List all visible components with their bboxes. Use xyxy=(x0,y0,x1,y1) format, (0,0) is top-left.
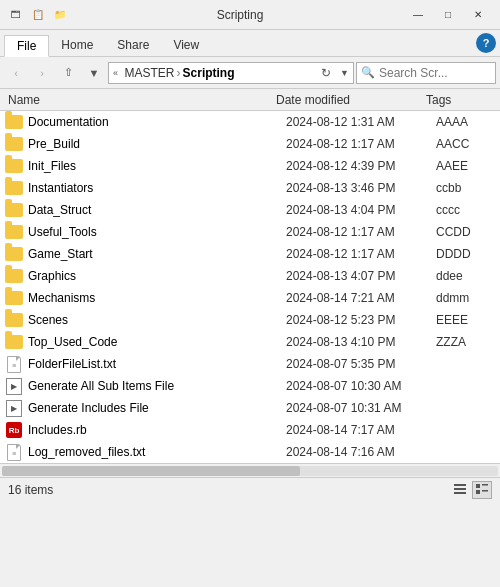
table-row[interactable]: ▶ Generate Includes File 2024-08-07 10:3… xyxy=(0,397,500,419)
details-view-button[interactable] xyxy=(472,481,492,499)
horizontal-scrollbar[interactable] xyxy=(0,463,500,477)
folder-icon-title: 📁 xyxy=(52,7,68,23)
file-name: Log_removed_files.txt xyxy=(24,445,286,459)
svg-rect-1 xyxy=(454,488,466,490)
table-row[interactable]: Useful_Tools 2024-08-12 1:17 AM CCDD xyxy=(0,221,500,243)
table-row[interactable]: Init_Files 2024-08-12 4:39 PM AAEE xyxy=(0,155,500,177)
file-date: 2024-08-13 4:10 PM xyxy=(286,335,436,349)
close-button[interactable]: ✕ xyxy=(464,5,492,25)
col-header-tags[interactable]: Tags xyxy=(422,93,482,107)
file-date: 2024-08-12 1:17 AM xyxy=(286,247,436,261)
file-name: Documentation xyxy=(24,115,286,129)
file-name: Generate All Sub Items File xyxy=(24,379,286,393)
svg-rect-4 xyxy=(482,484,488,486)
minimize-button[interactable]: — xyxy=(404,5,432,25)
file-name: Pre_Build xyxy=(24,137,286,151)
file-name: Top_Used_Code xyxy=(24,335,286,349)
file-tags: AAAA xyxy=(436,115,496,129)
file-name: Mechanisms xyxy=(24,291,286,305)
help-button[interactable]: ? xyxy=(476,33,496,53)
folder-icon xyxy=(4,134,24,154)
table-row[interactable]: Top_Used_Code 2024-08-13 4:10 PM ZZZA xyxy=(0,331,500,353)
folder-icon xyxy=(4,332,24,352)
maximize-button[interactable]: □ xyxy=(434,5,462,25)
table-row[interactable]: Mechanisms 2024-08-14 7:21 AM ddmm xyxy=(0,287,500,309)
file-date: 2024-08-12 1:17 AM xyxy=(286,137,436,151)
h-scroll-track xyxy=(2,466,498,476)
file-date: 2024-08-12 5:23 PM xyxy=(286,313,436,327)
folder-icon xyxy=(4,156,24,176)
file-date: 2024-08-13 4:04 PM xyxy=(286,203,436,217)
script-file-icon: ▶ xyxy=(4,376,24,396)
status-item-count: 16 items xyxy=(8,483,450,497)
file-tags: DDDD xyxy=(436,247,496,261)
col-header-name[interactable]: Name xyxy=(4,93,272,107)
file-date: 2024-08-14 7:17 AM xyxy=(286,423,436,437)
table-row[interactable]: ▶ Generate All Sub Items File 2024-08-07… xyxy=(0,375,500,397)
file-tags: ccbb xyxy=(436,181,496,195)
table-row[interactable]: Scenes 2024-08-12 5:23 PM EEEE xyxy=(0,309,500,331)
file-name: Data_Struct xyxy=(24,203,286,217)
minimize-icon: 🗔 xyxy=(8,7,24,23)
txt-file-icon: ≡ xyxy=(4,354,24,374)
h-scroll-thumb[interactable] xyxy=(2,466,300,476)
back-button[interactable]: ‹ xyxy=(4,61,28,85)
file-tags: EEEE xyxy=(436,313,496,327)
address-scripting[interactable]: Scripting xyxy=(183,66,235,80)
file-date: 2024-08-13 4:07 PM xyxy=(286,269,436,283)
file-name: Generate Includes File xyxy=(24,401,286,415)
file-tags: AAEE xyxy=(436,159,496,173)
recent-locations-button[interactable]: ▼ xyxy=(82,61,106,85)
file-list[interactable]: Documentation 2024-08-12 1:31 AM AAAA Pr… xyxy=(0,111,500,463)
folder-icon xyxy=(4,244,24,264)
address-master[interactable]: MASTER xyxy=(125,66,175,80)
file-date: 2024-08-13 3:46 PM xyxy=(286,181,436,195)
table-row[interactable]: Documentation 2024-08-12 1:31 AM AAAA xyxy=(0,111,500,133)
file-date: 2024-08-12 1:31 AM xyxy=(286,115,436,129)
file-tags: ddmm xyxy=(436,291,496,305)
table-row[interactable]: Instantiators 2024-08-13 3:46 PM ccbb xyxy=(0,177,500,199)
file-name: Useful_Tools xyxy=(24,225,286,239)
file-tags: CCDD xyxy=(436,225,496,239)
search-box[interactable]: 🔍 xyxy=(356,62,496,84)
table-row[interactable]: Graphics 2024-08-13 4:07 PM ddee xyxy=(0,265,500,287)
file-date: 2024-08-12 4:39 PM xyxy=(286,159,436,173)
folder-icon xyxy=(4,112,24,132)
dropdown-chevron-icon: ▼ xyxy=(340,68,349,78)
table-row[interactable]: Rb Includes.rb 2024-08-14 7:17 AM xyxy=(0,419,500,441)
tab-file[interactable]: File xyxy=(4,35,49,57)
table-row[interactable]: Game_Start 2024-08-12 1:17 AM DDDD xyxy=(0,243,500,265)
table-row[interactable]: ≡ Log_removed_files.txt 2024-08-14 7:16 … xyxy=(0,441,500,463)
folder-icon xyxy=(4,178,24,198)
tab-view[interactable]: View xyxy=(161,34,211,56)
forward-button[interactable]: › xyxy=(30,61,54,85)
address-separator-1: › xyxy=(177,66,181,80)
table-row[interactable]: Pre_Build 2024-08-12 1:17 AM AACC xyxy=(0,133,500,155)
status-view-icons xyxy=(450,481,492,499)
window-controls: — □ ✕ xyxy=(404,5,492,25)
folder-icon xyxy=(4,288,24,308)
window-title: Scripting xyxy=(76,8,404,22)
table-row[interactable]: ≡ FolderFileList.txt 2024-08-07 5:35 PM xyxy=(0,353,500,375)
file-tags: ZZZA xyxy=(436,335,496,349)
tab-home[interactable]: Home xyxy=(49,34,105,56)
file-date: 2024-08-07 10:30 AM xyxy=(286,379,436,393)
col-header-date[interactable]: Date modified xyxy=(272,93,422,107)
address-text: MASTER › Scripting xyxy=(125,66,235,80)
tab-share[interactable]: Share xyxy=(105,34,161,56)
up-button[interactable]: ⇧ xyxy=(56,61,80,85)
table-row[interactable]: Data_Struct 2024-08-13 4:04 PM cccc xyxy=(0,199,500,221)
list-view-button[interactable] xyxy=(450,481,470,499)
search-input[interactable] xyxy=(379,66,500,80)
refresh-button[interactable]: ↻ xyxy=(316,63,336,83)
navigation-bar: ‹ › ⇧ ▼ « MASTER › Scripting ↻ ▼ 🔍 xyxy=(0,57,500,89)
file-name: Init_Files xyxy=(24,159,286,173)
folder-icon xyxy=(4,310,24,330)
address-bar[interactable]: « MASTER › Scripting ↻ ▼ xyxy=(108,62,354,84)
file-name: Game_Start xyxy=(24,247,286,261)
file-name: FolderFileList.txt xyxy=(24,357,286,371)
svg-rect-6 xyxy=(482,490,488,492)
file-date: 2024-08-12 1:17 AM xyxy=(286,225,436,239)
quick-access-icon: 📋 xyxy=(30,7,46,23)
svg-rect-2 xyxy=(454,492,466,494)
